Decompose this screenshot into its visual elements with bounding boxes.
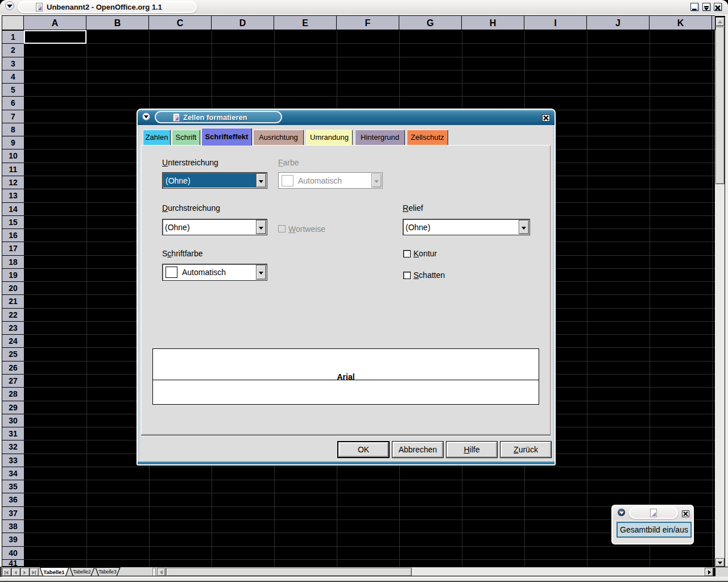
svg-text:Tabelle2: Tabelle2	[73, 569, 91, 575]
svg-text:Tabelle3: Tabelle3	[98, 569, 117, 575]
svg-text:Tabelle1: Tabelle1	[43, 569, 65, 575]
